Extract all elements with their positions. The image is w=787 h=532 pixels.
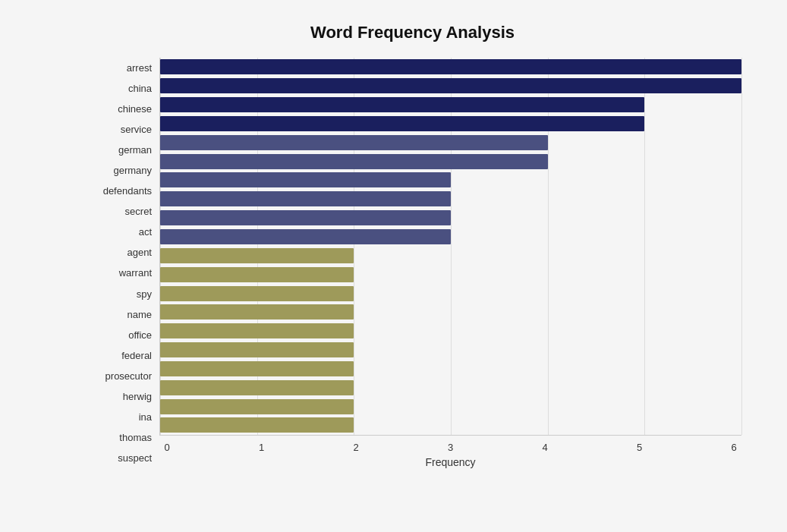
bar-row [160, 228, 741, 246]
bar [160, 286, 354, 301]
bar-row [160, 209, 741, 227]
bar-row [160, 115, 741, 133]
y-label: name [83, 304, 152, 324]
bar [160, 267, 354, 282]
bars-and-xaxis: 0123456 Frequency [159, 58, 741, 468]
y-label: warrant [83, 263, 152, 283]
y-label: chinese [83, 99, 152, 119]
bar [160, 323, 354, 338]
y-label: defendants [83, 181, 152, 201]
bar-row [160, 96, 741, 114]
bar [160, 154, 548, 169]
y-label: arrest [83, 58, 152, 78]
bar [160, 210, 451, 225]
x-tick: 1 [254, 442, 269, 453]
bar-row [160, 303, 741, 321]
bar-row [160, 379, 741, 397]
bar-row [160, 341, 741, 359]
bar-row [160, 322, 741, 340]
chart-container: Word Frequency Analysis arrestchinachine… [0, 0, 787, 532]
y-label: thomas [83, 427, 152, 447]
bar [160, 78, 741, 93]
bar-row [160, 247, 741, 265]
bar [160, 399, 354, 414]
bar-row [160, 153, 741, 171]
y-label: agent [83, 243, 152, 263]
bar-row [160, 360, 741, 378]
y-label: prosecutor [83, 366, 152, 386]
y-label: federal [83, 345, 152, 365]
y-label: office [83, 325, 152, 345]
chart-area: arrestchinachineseservicegermangermanyde… [83, 58, 741, 468]
y-label: service [83, 120, 152, 140]
bar [160, 191, 451, 206]
bar-row [160, 416, 741, 434]
bar [160, 361, 354, 376]
bar-row [160, 398, 741, 416]
y-label: ina [83, 407, 152, 427]
bar [160, 304, 354, 320]
bar-row [160, 77, 741, 95]
bar [160, 97, 644, 112]
x-axis-label: Frequency [159, 456, 741, 468]
x-tick: 0 [159, 442, 175, 453]
bar-row [160, 190, 741, 208]
x-tick: 6 [726, 442, 741, 453]
y-label: secret [83, 202, 152, 222]
y-label: herwig [83, 386, 152, 406]
x-axis: 0123456 [159, 436, 741, 453]
x-tick: 4 [537, 442, 552, 453]
grid-line [741, 58, 742, 435]
bar-row [160, 266, 741, 284]
chart-title: Word Frequency Analysis [83, 23, 741, 42]
bar-row [160, 134, 741, 152]
y-label: suspect [83, 448, 152, 467]
bar [160, 59, 741, 74]
y-axis: arrestchinachineseservicegermangermanyde… [83, 58, 159, 468]
bar [160, 135, 548, 150]
y-label: germany [83, 161, 152, 181]
bar [160, 229, 451, 244]
y-label: china [83, 79, 152, 99]
y-label: german [83, 140, 152, 160]
bar [160, 248, 354, 263]
bar [160, 380, 354, 395]
bar [160, 172, 451, 187]
bar-row [160, 285, 741, 303]
bar-row [160, 58, 741, 76]
x-tick: 2 [348, 442, 364, 453]
bars-section [159, 58, 741, 436]
y-label: act [83, 222, 152, 242]
bar [160, 116, 644, 131]
bar-row [160, 171, 741, 189]
y-label: spy [83, 284, 152, 304]
x-tick: 3 [443, 442, 458, 453]
bar [160, 342, 354, 357]
bar [160, 417, 354, 433]
x-tick: 5 [632, 442, 647, 453]
